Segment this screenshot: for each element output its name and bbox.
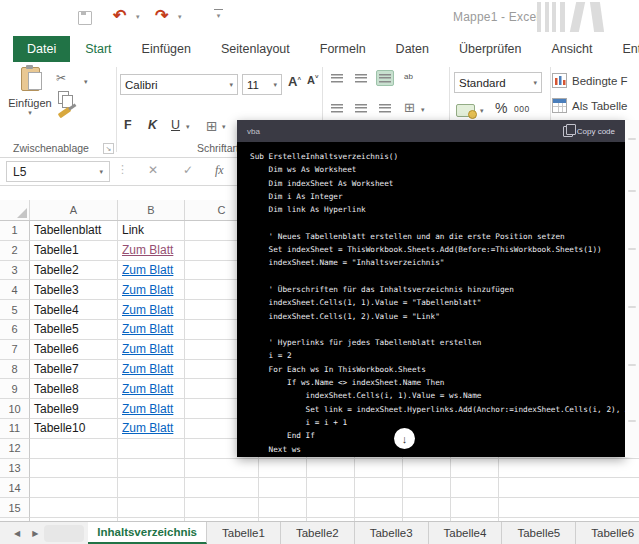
align-bottom-icon[interactable] bbox=[376, 70, 394, 86]
row-header[interactable]: 14 bbox=[0, 478, 30, 498]
row-header[interactable]: 10 bbox=[0, 399, 30, 419]
font-size-select[interactable]: 11 ▾ bbox=[242, 74, 282, 95]
undo-caret-icon[interactable]: ▾ bbox=[136, 13, 140, 21]
copy-icon[interactable] bbox=[58, 91, 69, 104]
row-header[interactable]: 5 bbox=[0, 300, 30, 320]
next-sheet-icon[interactable]: ▶ bbox=[26, 522, 44, 544]
borders-caret-icon[interactable]: ▾ bbox=[222, 123, 226, 131]
redo-caret-icon[interactable]: ▾ bbox=[178, 13, 182, 21]
cell[interactable] bbox=[451, 498, 499, 518]
underline-button[interactable]: U bbox=[171, 118, 180, 132]
cell[interactable] bbox=[307, 498, 355, 518]
cell-link[interactable]: Zum Blatt bbox=[118, 300, 185, 320]
cell-link[interactable]: Zum Blatt bbox=[118, 419, 185, 439]
redo-icon[interactable]: ↷ bbox=[155, 6, 168, 26]
cell[interactable] bbox=[403, 498, 451, 518]
sheet-tab[interactable]: Tabelle4 bbox=[429, 522, 503, 544]
sheet-tab[interactable]: Inhaltsverzeichnis bbox=[88, 522, 207, 544]
cell[interactable] bbox=[355, 459, 403, 479]
cell[interactable] bbox=[185, 478, 259, 498]
cell-link[interactable]: Zum Blatt bbox=[118, 320, 185, 340]
row-header[interactable]: 9 bbox=[0, 379, 30, 399]
cell[interactable] bbox=[355, 478, 403, 498]
cell[interactable] bbox=[307, 478, 355, 498]
cancel-icon[interactable]: ✕ bbox=[148, 163, 158, 177]
ribbon-tab[interactable]: Ansicht bbox=[537, 36, 608, 62]
format-as-table-button[interactable]: Als Tabelle bbox=[552, 98, 627, 113]
row-header[interactable]: 6 bbox=[0, 320, 30, 340]
conditional-formatting-button[interactable]: Bedingte F bbox=[552, 73, 628, 88]
prev-sheet-icon[interactable]: ◀ bbox=[0, 522, 26, 544]
cell[interactable] bbox=[307, 459, 355, 479]
sheet-tab[interactable]: Tabelle1 bbox=[207, 522, 281, 544]
column-header-b[interactable]: B bbox=[118, 200, 185, 220]
align-middle-icon[interactable] bbox=[352, 70, 370, 86]
cell-link[interactable]: Zum Blatt bbox=[118, 340, 185, 360]
align-right-icon[interactable] bbox=[376, 100, 394, 116]
enter-icon[interactable]: ✓ bbox=[183, 163, 193, 177]
cell-link[interactable] bbox=[118, 478, 185, 498]
copy-caret-icon[interactable]: ▾ bbox=[84, 78, 88, 86]
currency-icon[interactable] bbox=[456, 104, 475, 117]
cell-sheet-name[interactable]: Tabelle5 bbox=[30, 320, 118, 340]
align-center-icon[interactable] bbox=[352, 100, 370, 116]
cell-sheet-name[interactable] bbox=[30, 478, 118, 498]
cell-sheet-name[interactable]: Tabelle9 bbox=[30, 399, 118, 419]
cut-icon[interactable]: ✂ bbox=[56, 70, 82, 88]
sheet-tab[interactable]: Tabelle2 bbox=[281, 522, 355, 544]
cell[interactable] bbox=[499, 478, 639, 498]
cell[interactable] bbox=[185, 498, 259, 518]
cell[interactable] bbox=[499, 459, 639, 479]
ribbon-tab[interactable]: Einfügen bbox=[127, 36, 206, 62]
borders-icon[interactable]: ⊞ bbox=[206, 118, 218, 134]
cell[interactable] bbox=[451, 459, 499, 479]
cell-sheet-name[interactable]: Tabelle4 bbox=[30, 300, 118, 320]
copy-code-button[interactable]: Copy code bbox=[563, 126, 615, 137]
ribbon-tab[interactable]: Daten bbox=[381, 36, 444, 62]
font-family-select[interactable]: Calibri ▾ bbox=[120, 74, 238, 95]
sheet-tab[interactable]: Tabelle3 bbox=[355, 522, 429, 544]
column-header-a[interactable]: A bbox=[30, 200, 118, 220]
name-box[interactable]: L5 ▾ bbox=[6, 161, 110, 182]
currency-caret-icon[interactable]: ▾ bbox=[480, 107, 484, 115]
row-header[interactable]: 13 bbox=[0, 459, 30, 479]
row-header[interactable]: 7 bbox=[0, 340, 30, 360]
cell-sheet-name[interactable] bbox=[30, 498, 118, 518]
cell[interactable] bbox=[499, 498, 639, 518]
cell[interactable] bbox=[185, 459, 259, 479]
sheet-tab[interactable]: Tabelle5 bbox=[502, 522, 576, 544]
merge-center-icon[interactable]: ⊞ bbox=[404, 101, 415, 115]
format-painter-icon[interactable] bbox=[58, 107, 72, 119]
italic-button[interactable]: K bbox=[148, 118, 157, 132]
paste-button[interactable]: Einfügen ▾ bbox=[8, 67, 52, 117]
cell-link[interactable]: Zum Blatt bbox=[118, 280, 185, 300]
percent-icon[interactable]: % bbox=[495, 100, 507, 116]
row-header[interactable]: 12 bbox=[0, 439, 30, 459]
number-format-select[interactable]: Standard ▾ bbox=[454, 72, 542, 93]
row-header[interactable]: 11 bbox=[0, 419, 30, 439]
increase-font-icon[interactable]: A˄ bbox=[288, 74, 301, 89]
cell-sheet-name[interactable]: Tabelle2 bbox=[30, 261, 118, 281]
cell-link[interactable] bbox=[118, 439, 185, 459]
row-header[interactable]: 1 bbox=[0, 221, 30, 241]
ribbon-tab[interactable]: Formeln bbox=[305, 36, 381, 62]
ribbon-tab[interactable]: Überprüfen bbox=[444, 36, 537, 62]
cell-sheet-name[interactable]: Tabellenblatt bbox=[30, 221, 118, 241]
cell-link[interactable]: Zum Blatt bbox=[118, 261, 185, 281]
wrap-text-icon[interactable]: ab bbox=[404, 72, 413, 81]
cell-sheet-name[interactable]: Tabelle3 bbox=[30, 280, 118, 300]
cell-sheet-name[interactable]: Tabelle10 bbox=[30, 419, 118, 439]
cell-sheet-name[interactable]: Tabelle1 bbox=[30, 241, 118, 261]
thousands-icon[interactable]: 000 bbox=[514, 104, 530, 114]
row-header[interactable]: 15 bbox=[0, 498, 30, 518]
underline-caret-icon[interactable]: ▾ bbox=[186, 123, 190, 131]
ribbon-tab[interactable]: Entwicklertools bbox=[608, 36, 639, 62]
cell-link[interactable] bbox=[118, 498, 185, 518]
cell-link[interactable]: Zum Blatt bbox=[118, 360, 185, 380]
cell[interactable] bbox=[259, 478, 307, 498]
cell-sheet-name[interactable]: Tabelle6 bbox=[30, 340, 118, 360]
ribbon-tab[interactable]: Start bbox=[70, 36, 126, 62]
align-top-icon[interactable] bbox=[328, 70, 346, 86]
bold-button[interactable]: F bbox=[124, 118, 132, 132]
row-header[interactable]: 3 bbox=[0, 261, 30, 281]
